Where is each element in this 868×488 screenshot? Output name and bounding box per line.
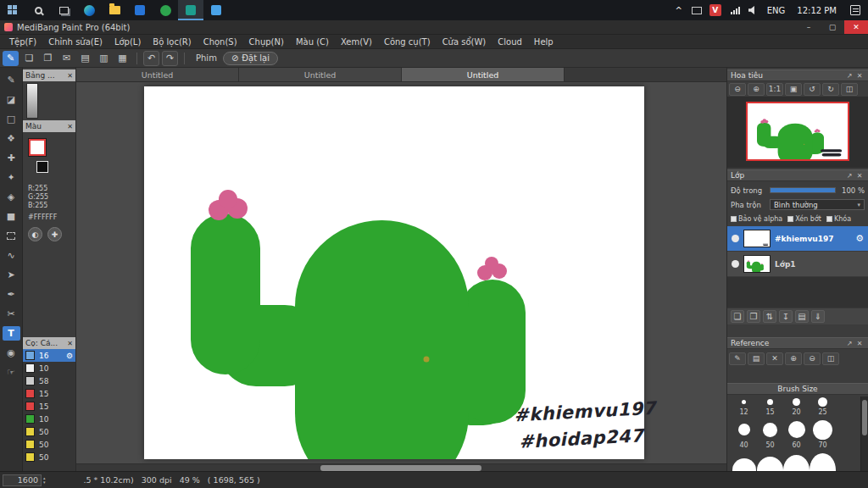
hidden-icons-chevron[interactable]: ^ bbox=[669, 6, 687, 15]
scrollbar-thumb[interactable] bbox=[320, 465, 481, 471]
magic-wand-tool[interactable]: ✦ bbox=[3, 170, 20, 185]
popout-icon[interactable]: ↗ bbox=[844, 340, 854, 347]
opacity-slider[interactable] bbox=[770, 187, 836, 193]
close-icon[interactable]: ✕ bbox=[67, 123, 73, 130]
redo-button[interactable]: ↷ bbox=[162, 51, 178, 66]
brush-item[interactable]: 58 bbox=[23, 374, 75, 387]
undo-button[interactable]: ↶ bbox=[143, 51, 159, 66]
text-tool[interactable]: T bbox=[3, 326, 20, 341]
select-tool[interactable] bbox=[3, 229, 20, 243]
brush-item[interactable]: 15 bbox=[23, 400, 75, 413]
menu-xem[interactable]: Xem(V) bbox=[335, 37, 378, 47]
popout-icon[interactable]: ↗ bbox=[844, 172, 854, 180]
operate-tool[interactable]: ➤ bbox=[3, 268, 20, 282]
tab-untitled-1[interactable]: Untitled bbox=[76, 68, 239, 81]
volume-icon[interactable] bbox=[748, 6, 758, 14]
close-icon[interactable]: ✕ bbox=[67, 340, 73, 347]
search-button[interactable] bbox=[25, 0, 51, 20]
menu-cong-cu[interactable]: Công cụ(T) bbox=[378, 37, 437, 47]
close-icon[interactable]: ✕ bbox=[67, 72, 73, 80]
lasso-tool[interactable]: ∿ bbox=[3, 248, 20, 263]
layer-settings-gear-icon[interactable]: ⚙ bbox=[855, 233, 864, 244]
brush-size-option[interactable]: 70 bbox=[810, 419, 836, 449]
hand-tool[interactable]: ☞ bbox=[3, 365, 20, 380]
brush-size-option[interactable] bbox=[783, 452, 810, 471]
unikey-icon[interactable]: V bbox=[709, 4, 721, 16]
actual-size-button[interactable]: 1:1 bbox=[766, 83, 783, 96]
reorder-layer-button[interactable]: ⇅ bbox=[763, 310, 776, 323]
save-button[interactable]: ❐ bbox=[40, 51, 56, 66]
flip-button[interactable]: ◫ bbox=[841, 83, 858, 96]
pages-button[interactable]: ▤ bbox=[77, 51, 93, 66]
brush-item[interactable]: 50 bbox=[23, 451, 75, 463]
menu-cua-so[interactable]: Cửa sổ(W) bbox=[437, 37, 492, 47]
grid-view-button[interactable]: ▦ bbox=[114, 51, 131, 66]
taskbar-app-medibang[interactable] bbox=[178, 0, 203, 20]
menu-mau[interactable]: Màu (C) bbox=[290, 37, 335, 47]
taskbar-app-photos[interactable] bbox=[203, 0, 229, 20]
brush-size-option[interactable] bbox=[810, 452, 836, 471]
move-tool[interactable]: ✚ bbox=[3, 151, 20, 165]
close-icon[interactable]: ✕ bbox=[854, 72, 865, 80]
divide-tool[interactable]: ✂ bbox=[3, 307, 20, 321]
pattern-tool[interactable]: ❖ bbox=[3, 131, 20, 146]
merge-layer-button[interactable]: ⇓ bbox=[811, 310, 825, 323]
layer-folder-button[interactable]: ▤ bbox=[795, 310, 809, 323]
add-layer-button[interactable]: ❏ bbox=[731, 310, 744, 323]
lock-checkbox[interactable]: Khóa bbox=[826, 215, 851, 223]
minimize-button[interactable]: – bbox=[797, 20, 821, 34]
reference-brush-button[interactable]: ✎ bbox=[729, 352, 746, 365]
horizontal-scrollbar[interactable] bbox=[76, 463, 726, 471]
tab-untitled-2[interactable]: Untitled bbox=[239, 68, 402, 81]
blend-mode-dropdown[interactable]: Bình thường ▾ bbox=[770, 199, 865, 210]
comment-button[interactable]: ✉ bbox=[58, 51, 75, 66]
clock[interactable]: 12:12 PM bbox=[791, 6, 843, 15]
foreground-color-swatch[interactable] bbox=[29, 139, 46, 156]
eraser-tool[interactable]: ◪ bbox=[3, 92, 20, 107]
menu-chinh-sua[interactable]: Chỉnh sửa(E) bbox=[42, 37, 108, 47]
fit-screen-button[interactable]: ▣ bbox=[785, 83, 802, 96]
reference-fit-button[interactable]: ◫ bbox=[822, 352, 839, 365]
brush-size-option[interactable]: 60 bbox=[783, 419, 810, 449]
brush-mode-button[interactable]: ✎ bbox=[3, 51, 19, 66]
palette-gradient-bar[interactable] bbox=[26, 83, 38, 119]
close-icon[interactable]: ✕ bbox=[854, 340, 865, 347]
brush-item[interactable]: 16 ⚙ bbox=[23, 349, 75, 362]
fill-tool[interactable]: ◈ bbox=[3, 190, 20, 204]
shape-tool[interactable]: □ bbox=[3, 112, 20, 126]
gradient-tool[interactable]: ■ bbox=[3, 209, 20, 224]
reference-open-button[interactable]: ▤ bbox=[748, 352, 765, 365]
workspace[interactable]: #khiemvu197 #hoidap247 bbox=[76, 82, 726, 471]
close-icon[interactable]: ✕ bbox=[854, 172, 865, 180]
eyedropper-tool[interactable]: ◉ bbox=[3, 346, 20, 360]
menu-lop[interactable]: Lớp(L) bbox=[108, 37, 147, 47]
reference-zoom-in-button[interactable]: ⊕ bbox=[785, 352, 802, 365]
brush-size-option[interactable] bbox=[757, 452, 783, 471]
alpha-protect-checkbox[interactable]: Bảo vệ alpha bbox=[731, 215, 782, 223]
tab-untitled-3[interactable]: Untitled bbox=[402, 68, 565, 81]
menu-cloud[interactable]: Cloud bbox=[492, 37, 528, 47]
taskbar-app-store[interactable] bbox=[127, 0, 153, 20]
taskbar-app-explorer[interactable] bbox=[102, 0, 127, 20]
layer-row-lop1[interactable]: Lớp1 bbox=[727, 252, 868, 277]
menu-bo-loc[interactable]: Bộ lọc(R) bbox=[147, 37, 197, 47]
color-wheel-button[interactable]: ◐ bbox=[28, 227, 42, 241]
task-view-button[interactable] bbox=[51, 0, 76, 20]
popout-icon[interactable]: ↗ bbox=[844, 72, 854, 80]
taskbar-app-chrome[interactable] bbox=[153, 0, 178, 20]
maximize-button[interactable]: ▢ bbox=[821, 20, 844, 34]
language-indicator[interactable]: ENG bbox=[761, 6, 792, 15]
navigator-thumbnail[interactable] bbox=[748, 103, 848, 159]
new-canvas-button[interactable]: ❏ bbox=[21, 51, 37, 66]
reference-zoom-out-button[interactable]: ⊖ bbox=[804, 352, 821, 365]
menu-tep[interactable]: Tệp(F) bbox=[3, 37, 42, 47]
menu-help[interactable]: Help bbox=[528, 37, 559, 47]
notification-center-icon[interactable] bbox=[850, 5, 860, 15]
brush-item[interactable]: 10 bbox=[23, 413, 75, 425]
duplicate-layer-button[interactable]: ❐ bbox=[747, 310, 760, 323]
network-icon[interactable] bbox=[731, 6, 740, 14]
layer-visibility-icon[interactable] bbox=[732, 235, 739, 242]
zoom-in-button[interactable]: ⊕ bbox=[748, 83, 765, 96]
brush-size-option[interactable]: 50 bbox=[757, 419, 783, 449]
scrollbar-thumb[interactable] bbox=[862, 400, 867, 435]
